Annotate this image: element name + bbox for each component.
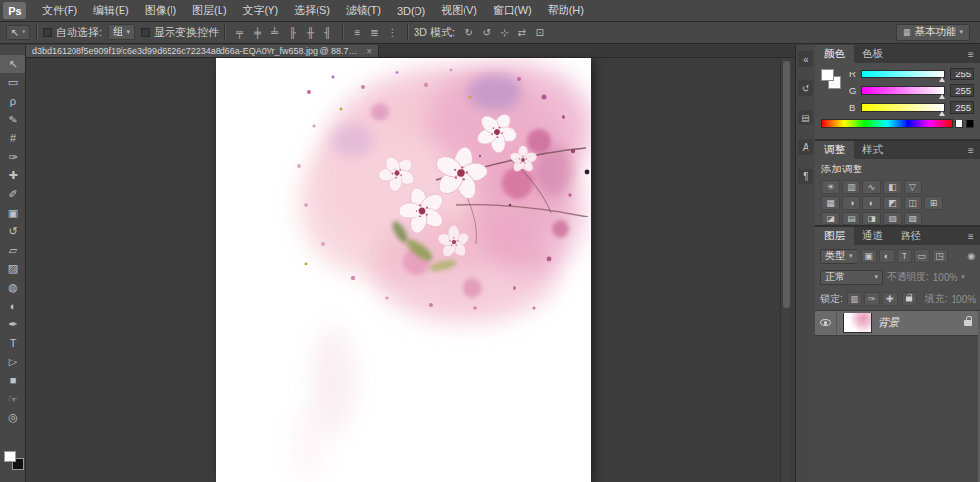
eraser-tool[interactable]: ▱ [0, 241, 25, 260]
distribute-spacing-icon[interactable]: ⋮ [384, 24, 401, 40]
3d-roll-camera-icon[interactable]: ↺ [478, 24, 495, 40]
slider-thumb[interactable] [939, 77, 945, 82]
levels-icon[interactable]: ▥ [842, 180, 860, 194]
red-slider-track[interactable] [861, 70, 945, 78]
opacity-value[interactable]: 100% [933, 272, 958, 283]
3d-slide-camera-icon[interactable]: ⇄ [514, 24, 530, 40]
filter-type-layers-icon[interactable]: T [897, 249, 912, 263]
brightness-contrast-icon[interactable]: ☀ [821, 180, 840, 194]
move-tool[interactable]: ↖ [0, 55, 25, 73]
vibrance-icon[interactable]: ▽ [904, 180, 922, 194]
distribute-horizontal-icon[interactable]: ≣ [367, 24, 383, 40]
posterize-icon[interactable]: ▤ [842, 212, 860, 225]
black-white-icon[interactable]: ◐ [862, 196, 881, 210]
gradient-tool[interactable]: ▨ [0, 260, 25, 278]
filter-kind-dropdown[interactable]: 类型 ▾ [820, 249, 858, 264]
show-transform-controls-checkbox[interactable]: 显示变换控件 [141, 25, 219, 40]
curves-icon[interactable]: ∿ [862, 180, 881, 194]
menu-item[interactable]: 选择(S) [286, 0, 338, 21]
panel-menu-icon[interactable]: ≡ [962, 45, 980, 63]
tab-paths[interactable]: 路径 [892, 227, 930, 245]
workspace-switcher[interactable]: ▦ 基本功能 ▾ [896, 24, 970, 41]
history-brush-tool[interactable]: ↺ [0, 222, 25, 241]
spot-healing-brush-tool[interactable]: ✚ [0, 167, 25, 185]
close-tab-icon[interactable]: × [367, 46, 372, 57]
channel-mixer-icon[interactable]: ◫ [904, 196, 922, 210]
brush-tool[interactable]: ✐ [0, 185, 25, 204]
3d-rotate-camera-icon[interactable]: ↻ [461, 24, 477, 40]
align-top-edges-icon[interactable]: ╤ [231, 24, 248, 40]
panel-menu-icon[interactable]: ≡ [962, 141, 980, 159]
green-slider-track[interactable] [861, 86, 945, 95]
collapse-panels-icon[interactable]: « [798, 51, 813, 67]
auto-select-target-dropdown[interactable]: 组 ▾ [108, 24, 135, 40]
tab-channels[interactable]: 通道 [854, 227, 892, 245]
menu-item[interactable]: 图像(I) [137, 0, 184, 21]
align-horizontal-centers-icon[interactable]: ╫ [302, 24, 318, 40]
align-vertical-centers-icon[interactable]: ╪ [249, 24, 266, 40]
threshold-icon[interactable]: ◨ [862, 212, 881, 225]
filter-toggle-icon[interactable]: ◉ [967, 251, 975, 261]
auto-select-checkbox[interactable]: 自动选择: [43, 25, 102, 40]
photo-filter-icon[interactable]: ◩ [883, 196, 902, 210]
selective-color-icon[interactable]: ▨ [904, 212, 922, 225]
green-value-field[interactable]: 255 [950, 84, 974, 97]
align-right-edges-icon[interactable]: ╢ [319, 24, 336, 40]
dodge-tool[interactable]: ◐ [0, 297, 25, 315]
lock-position-icon[interactable]: ✚ [882, 292, 898, 306]
menu-item[interactable]: 图层(L) [184, 0, 234, 21]
blend-mode-dropdown[interactable]: 正常 ▾ [820, 270, 883, 285]
hue-saturation-icon[interactable]: ▦ [821, 196, 840, 210]
canvas-vertical-scrollbar[interactable] [780, 58, 791, 482]
canvas-area[interactable] [26, 58, 795, 482]
color-spectrum-bar[interactable] [821, 119, 953, 128]
clone-stamp-tool[interactable]: ▣ [0, 204, 25, 222]
blur-tool[interactable]: ◍ [0, 278, 25, 297]
foreground-color-swatch[interactable] [4, 451, 16, 462]
paragraph-panel-icon[interactable]: ¶ [798, 169, 813, 184]
quick-selection-tool[interactable]: ✎ [0, 111, 25, 129]
fill-value[interactable]: 100% [952, 294, 977, 305]
red-value-field[interactable]: 255 [950, 68, 974, 80]
align-left-edges-icon[interactable]: ╟ [284, 24, 301, 40]
slider-thumb[interactable] [939, 94, 945, 99]
menu-item[interactable]: 编辑(E) [85, 0, 137, 21]
distribute-vertical-icon[interactable]: ≡ [349, 24, 366, 40]
gradient-map-icon[interactable]: ▧ [883, 212, 902, 225]
filter-pixel-layers-icon[interactable]: ▣ [861, 249, 877, 263]
properties-panel-icon[interactable]: ▤ [798, 110, 813, 125]
eyedropper-tool[interactable]: ✑ [0, 148, 25, 167]
rectangle-tool[interactable]: ■ [0, 371, 25, 390]
menu-item[interactable]: 文字(Y) [235, 0, 287, 21]
menu-item[interactable]: 文件(F) [34, 0, 85, 21]
tab-swatches[interactable]: 色板 [854, 45, 892, 63]
slider-thumb[interactable] [939, 111, 945, 116]
layer-row-background[interactable]: 背景 [815, 311, 980, 336]
menu-item[interactable]: 窗口(W) [485, 0, 540, 21]
color-lookup-icon[interactable]: ⊞ [924, 196, 943, 210]
filter-smart-objects-icon[interactable]: ◳ [932, 249, 948, 263]
history-panel-icon[interactable]: ↺ [798, 80, 813, 96]
horizontal-type-tool[interactable]: T [0, 334, 25, 353]
tool-preset-picker[interactable]: ↖ ▾ [6, 25, 30, 40]
character-panel-icon[interactable]: A [798, 139, 813, 155]
layer-thumbnail[interactable] [843, 313, 872, 333]
lock-transparent-pixels-icon[interactable]: ▨ [847, 292, 862, 306]
3d-pan-camera-icon[interactable]: ⊹ [496, 24, 513, 40]
exposure-icon[interactable]: ◧ [883, 180, 902, 194]
panel-menu-icon[interactable]: ≡ [962, 227, 980, 245]
filter-adjustment-layers-icon[interactable]: ◐ [879, 249, 895, 263]
path-selection-tool[interactable]: ▷ [0, 353, 25, 371]
zoom-tool[interactable]: ◎ [0, 409, 25, 427]
lock-all-icon[interactable] [902, 292, 917, 306]
foreground-color-swatch[interactable] [821, 69, 834, 81]
menu-item[interactable]: 视图(V) [433, 0, 485, 21]
crop-tool[interactable]: # [0, 129, 25, 148]
align-bottom-edges-icon[interactable]: ╧ [267, 24, 283, 40]
invert-icon[interactable]: ◪ [821, 212, 840, 225]
scrollbar-thumb[interactable] [783, 61, 790, 308]
lasso-tool[interactable]: ρ [0, 92, 25, 111]
tab-color[interactable]: 颜色 [815, 45, 854, 63]
blue-value-field[interactable]: 255 [950, 101, 974, 114]
menu-item[interactable]: 帮助(H) [540, 0, 592, 21]
